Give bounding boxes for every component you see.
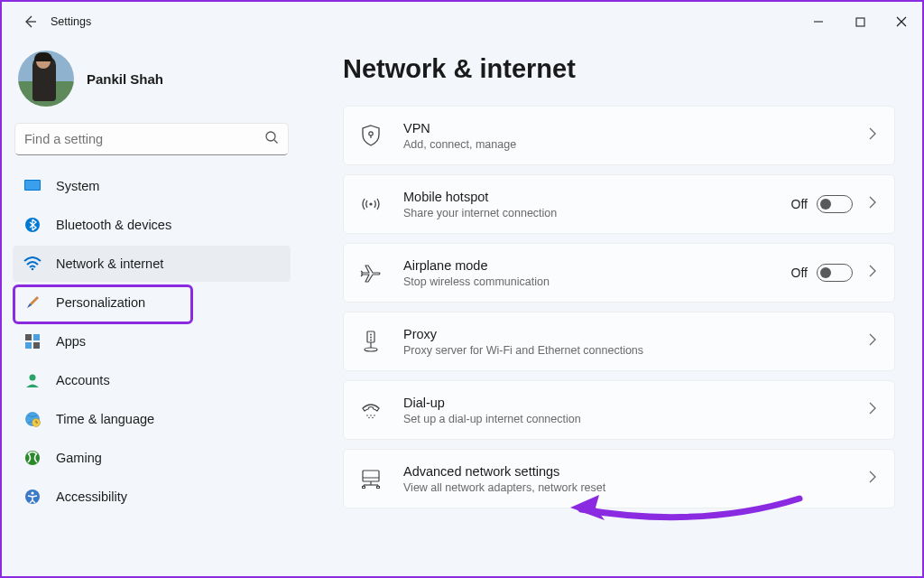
nav-label: Personalization	[56, 295, 145, 310]
card-title: VPN	[403, 120, 867, 138]
hotspot-icon	[356, 195, 385, 213]
svg-point-26	[370, 337, 372, 339]
airplane-icon	[356, 263, 385, 283]
card-title: Proxy	[403, 326, 867, 344]
apps-icon	[23, 332, 42, 350]
svg-rect-1	[856, 18, 864, 26]
svg-point-33	[368, 417, 370, 419]
close-button[interactable]	[881, 8, 922, 35]
svg-point-20	[31, 491, 33, 494]
svg-rect-12	[25, 342, 32, 349]
toggle-state-label: Off	[791, 266, 808, 280]
card-subtitle: Share your internet connection	[403, 207, 791, 219]
nav-label: Network & internet	[56, 256, 163, 271]
card-subtitle: Stop wireless communication	[403, 275, 791, 288]
card-dialup[interactable]: Dial-up Set up a dial-up internet connec…	[343, 380, 895, 440]
search-input[interactable]	[24, 132, 264, 146]
svg-point-31	[370, 415, 372, 416]
toggle-state-label: Off	[791, 197, 808, 211]
card-subtitle: View all network adapters, network reset	[403, 481, 867, 494]
svg-rect-10	[25, 334, 32, 340]
display-icon	[23, 177, 42, 195]
proxy-icon	[356, 331, 385, 352]
card-title: Airplane mode	[403, 257, 791, 275]
nav-item-gaming[interactable]: Gaming	[13, 440, 291, 476]
nav-label: Time & language	[56, 412, 154, 426]
nav-item-time[interactable]: Time & language	[13, 401, 291, 437]
card-subtitle: Set up a dial-up internet connection	[403, 413, 867, 425]
svg-point-32	[374, 415, 375, 416]
main-content: Network & internet VPN Add, connect, man…	[301, 42, 922, 576]
svg-point-23	[369, 202, 372, 205]
card-title: Mobile hotspot	[403, 189, 791, 207]
svg-point-21	[369, 132, 373, 135]
chevron-right-icon	[867, 471, 878, 487]
card-airplane[interactable]: Airplane mode Stop wireless communicatio…	[343, 243, 895, 303]
nav-label: Gaming	[56, 451, 102, 465]
nav-item-system[interactable]: System	[13, 168, 291, 204]
nav-label: System	[56, 179, 99, 193]
globe-clock-icon	[23, 410, 42, 428]
svg-point-4	[266, 132, 275, 141]
nav-label: Accounts	[56, 373, 110, 387]
svg-point-34	[372, 417, 374, 419]
accessibility-icon	[23, 488, 42, 506]
phone-icon	[356, 401, 385, 419]
profile-block[interactable]: Pankil Shah	[9, 45, 294, 123]
shield-icon	[356, 125, 385, 146]
chevron-right-icon	[867, 127, 878, 144]
card-vpn[interactable]: VPN Add, connect, manage	[343, 106, 895, 165]
nav-item-accounts[interactable]: Accounts	[13, 362, 291, 398]
svg-point-29	[365, 348, 377, 351]
card-proxy[interactable]: Proxy Proxy server for Wi-Fi and Etherne…	[343, 312, 895, 371]
profile-name: Pankil Shah	[87, 71, 163, 87]
card-hotspot[interactable]: Mobile hotspot Share your internet conne…	[343, 174, 895, 234]
svg-rect-42	[377, 487, 380, 489]
nav-label: Apps	[56, 334, 86, 349]
svg-point-25	[370, 334, 372, 336]
chevron-right-icon	[867, 333, 878, 350]
chevron-right-icon	[867, 265, 878, 281]
nav-list: System Bluetooth & devices Network & int…	[9, 168, 294, 515]
chevron-right-icon	[867, 196, 878, 212]
card-title: Dial-up	[403, 395, 867, 413]
card-advanced[interactable]: Advanced network settings View all netwo…	[343, 449, 895, 508]
sidebar: Pankil Shah System Bluetooth & devices N…	[2, 42, 301, 576]
window-title: Settings	[51, 15, 91, 28]
page-title: Network & internet	[343, 54, 895, 84]
person-icon	[23, 371, 42, 389]
bluetooth-icon	[23, 216, 42, 234]
card-subtitle: Proxy server for Wi-Fi and Ethernet conn…	[403, 344, 867, 357]
svg-point-9	[32, 268, 34, 271]
search-icon	[264, 130, 279, 148]
nav-item-apps[interactable]: Apps	[13, 323, 291, 359]
hotspot-toggle[interactable]	[817, 195, 853, 213]
nav-label: Bluetooth & devices	[56, 218, 171, 232]
arrow-left-icon	[23, 14, 37, 29]
back-button[interactable]	[14, 6, 45, 37]
wifi-icon	[23, 255, 42, 273]
titlebar: Settings	[2, 2, 922, 42]
nav-item-bluetooth[interactable]: Bluetooth & devices	[13, 207, 291, 243]
svg-rect-41	[363, 487, 365, 489]
airplane-toggle[interactable]	[817, 264, 853, 282]
nav-item-accessibility[interactable]: Accessibility	[13, 479, 291, 515]
minimize-button[interactable]	[798, 8, 839, 35]
svg-rect-35	[363, 471, 379, 481]
svg-point-14	[30, 375, 36, 381]
card-title: Advanced network settings	[403, 463, 867, 481]
nav-item-network[interactable]: Network & internet	[13, 246, 291, 282]
paintbrush-icon	[23, 294, 42, 312]
svg-rect-7	[25, 181, 40, 190]
nav-label: Accessibility	[56, 489, 127, 504]
svg-point-27	[370, 340, 372, 341]
svg-point-18	[25, 451, 40, 465]
svg-rect-13	[33, 342, 40, 349]
nav-item-personalization[interactable]: Personalization	[13, 284, 291, 321]
svg-line-5	[274, 140, 278, 144]
svg-rect-11	[33, 334, 40, 340]
xbox-icon	[23, 449, 42, 467]
chevron-right-icon	[867, 402, 878, 418]
maximize-button[interactable]	[839, 8, 881, 35]
search-box[interactable]	[14, 123, 289, 155]
